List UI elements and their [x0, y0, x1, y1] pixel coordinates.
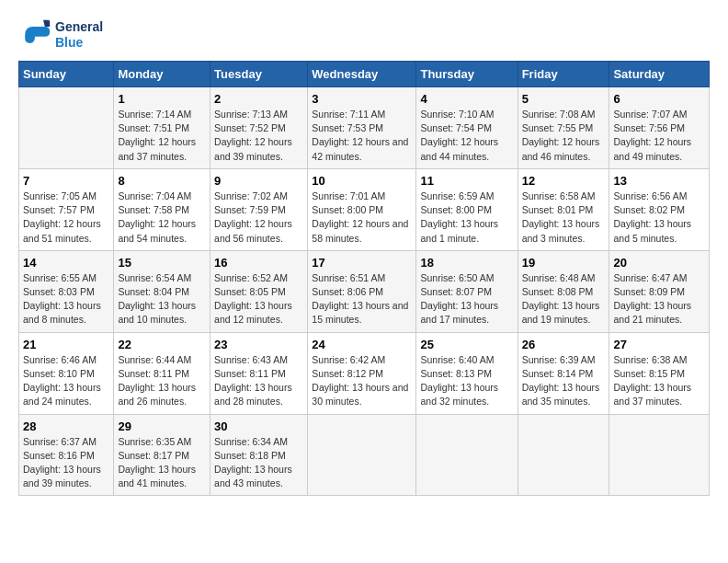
day-info: Sunrise: 7:14 AMSunset: 7:51 PMDaylight:…: [118, 108, 206, 164]
day-number: 16: [214, 256, 303, 270]
calendar-cell: 5Sunrise: 7:08 AMSunset: 7:55 PMDaylight…: [518, 87, 609, 169]
day-number: 28: [23, 419, 109, 433]
day-info: Sunrise: 6:48 AMSunset: 8:08 PMDaylight:…: [522, 271, 606, 327]
calendar-cell: 6Sunrise: 7:07 AMSunset: 7:56 PMDaylight…: [609, 87, 710, 169]
calendar-cell: 21Sunrise: 6:46 AMSunset: 8:10 PMDayligh…: [19, 332, 114, 414]
calendar-cell: 27Sunrise: 6:38 AMSunset: 8:15 PMDayligh…: [609, 332, 710, 414]
calendar-cell: 8Sunrise: 7:04 AMSunset: 7:58 PMDaylight…: [114, 168, 210, 250]
calendar-week-2: 7Sunrise: 7:05 AMSunset: 7:57 PMDaylight…: [19, 168, 710, 250]
calendar-cell: 9Sunrise: 7:02 AMSunset: 7:59 PMDaylight…: [210, 168, 308, 250]
day-info: Sunrise: 6:59 AMSunset: 8:00 PMDaylight:…: [420, 190, 513, 246]
day-info: Sunrise: 6:52 AMSunset: 8:05 PMDaylight:…: [214, 271, 303, 327]
day-number: 29: [118, 419, 206, 433]
day-number: 7: [23, 174, 109, 188]
day-info: Sunrise: 6:54 AMSunset: 8:04 PMDaylight:…: [118, 271, 206, 327]
day-info: Sunrise: 7:04 AMSunset: 7:58 PMDaylight:…: [118, 190, 206, 246]
day-number: 24: [312, 338, 412, 351]
calendar-cell: 20Sunrise: 6:47 AMSunset: 8:09 PMDayligh…: [609, 250, 710, 332]
day-info: Sunrise: 6:46 AMSunset: 8:10 PMDaylight:…: [23, 353, 109, 409]
day-number: 18: [420, 256, 513, 270]
day-info: Sunrise: 6:34 AMSunset: 8:18 PMDaylight:…: [214, 435, 303, 491]
calendar-cell: 10Sunrise: 7:01 AMSunset: 8:00 PMDayligh…: [308, 168, 416, 250]
calendar-cell: 30Sunrise: 6:34 AMSunset: 8:18 PMDayligh…: [210, 414, 308, 496]
day-info: Sunrise: 6:38 AMSunset: 8:15 PMDaylight:…: [613, 353, 705, 409]
header-day-friday: Friday: [518, 62, 609, 87]
day-info: Sunrise: 7:11 AMSunset: 7:53 PMDaylight:…: [312, 108, 412, 164]
day-number: 27: [613, 338, 705, 351]
calendar-cell: 17Sunrise: 6:51 AMSunset: 8:06 PMDayligh…: [308, 250, 416, 332]
day-info: Sunrise: 6:40 AMSunset: 8:13 PMDaylight:…: [420, 353, 513, 409]
day-info: Sunrise: 7:02 AMSunset: 7:59 PMDaylight:…: [214, 190, 303, 246]
day-number: 11: [420, 174, 513, 188]
day-number: 12: [522, 174, 606, 188]
day-number: 23: [214, 338, 303, 351]
logo-icon: [18, 18, 51, 52]
header-day-monday: Monday: [114, 62, 210, 87]
calendar-cell: 7Sunrise: 7:05 AMSunset: 7:57 PMDaylight…: [19, 168, 114, 250]
day-info: Sunrise: 6:58 AMSunset: 8:01 PMDaylight:…: [522, 190, 606, 246]
day-info: Sunrise: 6:47 AMSunset: 8:09 PMDaylight:…: [613, 271, 705, 327]
day-info: Sunrise: 7:13 AMSunset: 7:52 PMDaylight:…: [214, 108, 303, 164]
header-day-saturday: Saturday: [609, 62, 710, 87]
day-info: Sunrise: 7:05 AMSunset: 7:57 PMDaylight:…: [23, 190, 109, 246]
day-number: 6: [613, 92, 705, 106]
calendar-cell: [19, 87, 114, 169]
day-info: Sunrise: 6:56 AMSunset: 8:02 PMDaylight:…: [613, 190, 705, 246]
header-day-thursday: Thursday: [416, 62, 518, 87]
day-number: 1: [118, 92, 206, 106]
day-info: Sunrise: 6:39 AMSunset: 8:14 PMDaylight:…: [522, 353, 606, 409]
day-info: Sunrise: 6:51 AMSunset: 8:06 PMDaylight:…: [312, 271, 412, 327]
day-number: 9: [214, 174, 303, 188]
calendar-week-1: 1Sunrise: 7:14 AMSunset: 7:51 PMDaylight…: [19, 87, 710, 169]
calendar-cell: 28Sunrise: 6:37 AMSunset: 8:16 PMDayligh…: [19, 414, 114, 496]
calendar-cell: 26Sunrise: 6:39 AMSunset: 8:14 PMDayligh…: [518, 332, 609, 414]
calendar-header-row: SundayMondayTuesdayWednesdayThursdayFrid…: [19, 62, 710, 87]
day-number: 20: [613, 256, 705, 270]
calendar-cell: 1Sunrise: 7:14 AMSunset: 7:51 PMDaylight…: [114, 87, 210, 169]
calendar-cell: 25Sunrise: 6:40 AMSunset: 8:13 PMDayligh…: [416, 332, 518, 414]
day-number: 4: [420, 92, 513, 106]
calendar-cell: 12Sunrise: 6:58 AMSunset: 8:01 PMDayligh…: [518, 168, 609, 250]
logo-text: General Blue: [55, 19, 103, 51]
calendar-cell: 24Sunrise: 6:42 AMSunset: 8:12 PMDayligh…: [308, 332, 416, 414]
calendar-week-3: 14Sunrise: 6:55 AMSunset: 8:03 PMDayligh…: [19, 250, 710, 332]
header: General Blue: [18, 18, 710, 52]
calendar-week-4: 21Sunrise: 6:46 AMSunset: 8:10 PMDayligh…: [19, 332, 710, 414]
day-info: Sunrise: 6:55 AMSunset: 8:03 PMDaylight:…: [23, 271, 109, 327]
day-number: 14: [23, 256, 109, 270]
calendar-cell: 11Sunrise: 6:59 AMSunset: 8:00 PMDayligh…: [416, 168, 518, 250]
day-number: 26: [522, 338, 606, 351]
header-day-sunday: Sunday: [19, 62, 114, 87]
header-day-tuesday: Tuesday: [210, 62, 308, 87]
calendar-cell: 19Sunrise: 6:48 AMSunset: 8:08 PMDayligh…: [518, 250, 609, 332]
day-info: Sunrise: 6:37 AMSunset: 8:16 PMDaylight:…: [23, 435, 109, 491]
day-number: 15: [118, 256, 206, 270]
day-info: Sunrise: 7:07 AMSunset: 7:56 PMDaylight:…: [613, 108, 705, 164]
day-number: 2: [214, 92, 303, 106]
calendar-cell: 22Sunrise: 6:44 AMSunset: 8:11 PMDayligh…: [114, 332, 210, 414]
calendar-cell: 15Sunrise: 6:54 AMSunset: 8:04 PMDayligh…: [114, 250, 210, 332]
calendar-cell: 23Sunrise: 6:43 AMSunset: 8:11 PMDayligh…: [210, 332, 308, 414]
logo: General Blue: [18, 18, 103, 52]
day-info: Sunrise: 7:01 AMSunset: 8:00 PMDaylight:…: [312, 190, 412, 246]
day-number: 19: [522, 256, 606, 270]
calendar-cell: [308, 414, 416, 496]
calendar-cell: [518, 414, 609, 496]
day-number: 3: [312, 92, 412, 106]
calendar-table: SundayMondayTuesdayWednesdayThursdayFrid…: [18, 61, 710, 496]
day-number: 30: [214, 419, 303, 433]
day-info: Sunrise: 7:10 AMSunset: 7:54 PMDaylight:…: [420, 108, 513, 164]
calendar-cell: 4Sunrise: 7:10 AMSunset: 7:54 PMDaylight…: [416, 87, 518, 169]
calendar-cell: 14Sunrise: 6:55 AMSunset: 8:03 PMDayligh…: [19, 250, 114, 332]
day-number: 10: [312, 174, 412, 188]
calendar-cell: 3Sunrise: 7:11 AMSunset: 7:53 PMDaylight…: [308, 87, 416, 169]
calendar-week-5: 28Sunrise: 6:37 AMSunset: 8:16 PMDayligh…: [19, 414, 710, 496]
day-number: 13: [613, 174, 705, 188]
calendar-cell: 13Sunrise: 6:56 AMSunset: 8:02 PMDayligh…: [609, 168, 710, 250]
day-number: 21: [23, 338, 109, 351]
calendar-cell: 2Sunrise: 7:13 AMSunset: 7:52 PMDaylight…: [210, 87, 308, 169]
calendar-cell: [416, 414, 518, 496]
day-info: Sunrise: 6:44 AMSunset: 8:11 PMDaylight:…: [118, 353, 206, 409]
day-number: 8: [118, 174, 206, 188]
header-day-wednesday: Wednesday: [308, 62, 416, 87]
